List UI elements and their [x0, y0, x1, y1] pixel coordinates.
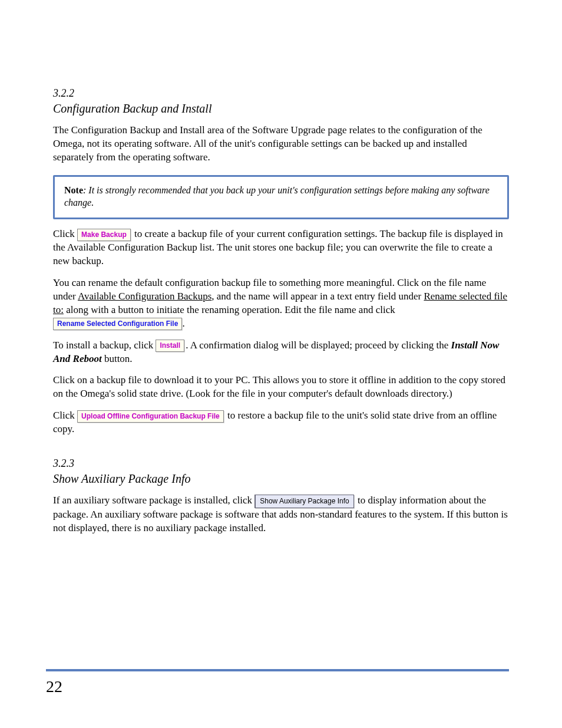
header-margin [53, 28, 509, 52]
intro-paragraph: The Configuration Backup and Install are… [53, 124, 509, 164]
section-title: Configuration Backup and Install [53, 102, 509, 116]
p2-b: , and the name will appear in a text ent… [211, 291, 424, 302]
note-text: : It is strongly recommended that you ba… [64, 185, 490, 208]
available-backups-label: Available Configuration Backups [78, 291, 211, 302]
install-paragraph: To install a backup, click Install. A co… [53, 339, 509, 366]
p2-d: . [182, 318, 184, 329]
upload-offline-backup-button[interactable]: Upload Offline Configuration Backup File [77, 410, 224, 423]
aux-p-a: If an auxiliary software package is inst… [53, 495, 254, 506]
make-backup-button[interactable]: Make Backup [77, 229, 131, 241]
page-number: 22 [46, 677, 62, 696]
upload-paragraph: Click Upload Offline Configuration Backu… [53, 409, 509, 436]
note-box: Note: It is strongly recommended that yo… [53, 175, 509, 219]
document-page: 3.2.2 Configuration Backup and Install T… [0, 0, 562, 728]
section-number: 3.2.2 [53, 87, 509, 100]
p3-b: . A confirmation dialog will be displaye… [186, 340, 451, 351]
download-paragraph: Click on a backup file to download it to… [53, 374, 509, 401]
p5-a: Click [53, 410, 77, 421]
p2-c: along with a button to initiate the rena… [64, 304, 395, 315]
rename-paragraph: You can rename the default configuration… [53, 276, 509, 331]
make-backup-paragraph: Click Make Backup to create a backup fil… [53, 228, 509, 268]
p3-c: button. [102, 353, 133, 364]
show-aux-package-button[interactable]: Show Auxiliary Package Info [254, 495, 353, 508]
p3-a: To install a backup, click [53, 340, 156, 351]
p1-a: Click [53, 228, 77, 239]
note-label: Note [64, 185, 83, 195]
aux-paragraph: If an auxiliary software package is inst… [53, 494, 509, 535]
footer-rule [46, 669, 509, 671]
aux-section-title: Show Auxiliary Package Info [53, 472, 509, 486]
aux-section-number: 3.2.3 [53, 457, 509, 470]
install-button[interactable]: Install [156, 340, 184, 352]
rename-selected-button[interactable]: Rename Selected Configuration File [53, 318, 182, 330]
